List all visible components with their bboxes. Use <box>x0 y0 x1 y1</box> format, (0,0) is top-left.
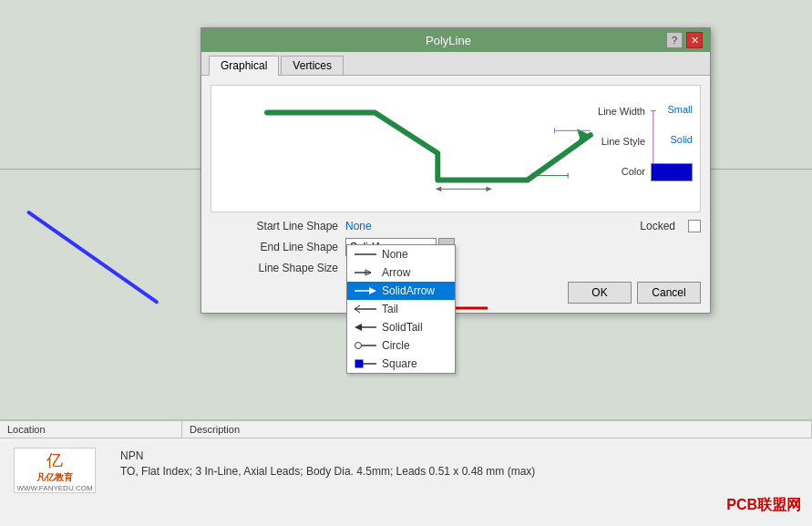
preview-area: Line Width Small Line Style Solid Color <box>211 85 701 212</box>
svg-marker-16 <box>369 287 376 294</box>
locked-label: Locked <box>640 220 675 232</box>
dialog-titlebar: PolyLine ? ✕ <box>201 28 710 52</box>
tab-graphical[interactable]: Graphical <box>209 56 279 76</box>
logo-area: 亿 凡亿教育 WWW.FANYEDU.COM <box>0 444 109 497</box>
cancel-button[interactable]: Cancel <box>637 282 701 304</box>
line-width-indicator-label: Line Width <box>598 106 645 117</box>
bottom-content: 亿 凡亿教育 WWW.FANYEDU.COM NPN TO, Flat Inde… <box>0 438 812 502</box>
dropdown-item-square[interactable]: Square <box>347 355 455 373</box>
dropdown-item-circle[interactable]: Circle <box>347 336 455 355</box>
close-button[interactable]: ✕ <box>686 32 703 48</box>
dialog-controls: ? ✕ <box>666 32 703 48</box>
pcb-badge: PCB联盟网 <box>726 496 801 515</box>
logo-text: 凡亿教育 <box>36 471 73 484</box>
component-name: NPN <box>120 449 801 462</box>
dropdown-item-none[interactable]: None <box>347 245 455 263</box>
end-line-shape-label: End Line Shape <box>211 241 338 253</box>
svg-rect-25 <box>355 360 363 367</box>
dropdown-menu: None Arrow SolidArrow <box>346 244 456 374</box>
component-desc: TO, Flat Index; 3 In-Line, Axial Leads; … <box>120 465 801 478</box>
preview-svg <box>211 86 700 211</box>
solidarrow-icon <box>355 284 376 297</box>
logo-icon: 亿 <box>46 449 63 471</box>
svg-marker-11 <box>487 186 492 191</box>
start-line-shape-row: Start Line Shape None Locked <box>211 220 701 232</box>
bottom-panel: Location Description 亿 凡亿教育 WWW.FANYEDU.… <box>0 419 812 526</box>
dropdown-item-tail[interactable]: Tail <box>347 300 455 318</box>
solidtail-icon <box>355 321 376 334</box>
location-col-header: Location <box>0 421 182 438</box>
svg-marker-21 <box>355 324 362 331</box>
start-line-shape-label: Start Line Shape <box>211 220 338 232</box>
color-swatch[interactable] <box>651 163 693 181</box>
logo-box: 亿 凡亿教育 WWW.FANYEDU.COM <box>14 448 96 493</box>
description-area: NPN TO, Flat Index; 3 In-Line, Axial Lea… <box>109 444 812 497</box>
dropdown-item-solidarrow[interactable]: SolidArrow <box>347 282 455 300</box>
logo-subtext: WWW.FANYEDU.COM <box>16 484 92 492</box>
description-col-header: Description <box>182 421 812 438</box>
svg-marker-10 <box>436 186 441 191</box>
blue-diagonal-line <box>26 210 159 304</box>
dropdown-item-arrow[interactable]: Arrow <box>347 263 455 282</box>
svg-point-23 <box>355 343 362 349</box>
dialog-title: PolyLine <box>231 34 666 47</box>
tab-vertices[interactable]: Vertices <box>281 56 344 75</box>
tail-icon <box>355 303 376 315</box>
line-shape-size-row: Line Shape Size <box>211 262 701 274</box>
end-line-shape-row: End Line Shape SolidArrow ▼ <box>211 238 701 256</box>
locked-checkbox[interactable] <box>688 220 701 232</box>
arrow-icon <box>355 266 376 279</box>
none-icon <box>355 248 376 261</box>
help-button[interactable]: ? <box>666 32 683 48</box>
start-line-shape-value: None <box>345 220 418 232</box>
line-style-value: Solid <box>671 134 693 145</box>
canvas-area: PolyLine ? ✕ Graphical Vertices <box>0 0 812 419</box>
polyline-dialog: PolyLine ? ✕ Graphical Vertices <box>200 27 711 314</box>
line-width-value: Small <box>667 104 693 115</box>
circle-icon <box>355 339 376 352</box>
square-icon <box>355 357 376 370</box>
line-style-indicator-label: Line Style <box>601 136 645 147</box>
tabs-container: Graphical Vertices <box>201 52 710 76</box>
line-shape-size-label: Line Shape Size <box>211 262 338 274</box>
color-indicator-label: Color <box>622 166 645 177</box>
dialog-content: Line Width Small Line Style Solid Color … <box>201 76 710 313</box>
ok-button[interactable]: OK <box>568 282 632 304</box>
bottom-col-headers: Location Description <box>0 421 812 438</box>
dropdown-item-solidtail[interactable]: SolidTail <box>347 318 455 336</box>
